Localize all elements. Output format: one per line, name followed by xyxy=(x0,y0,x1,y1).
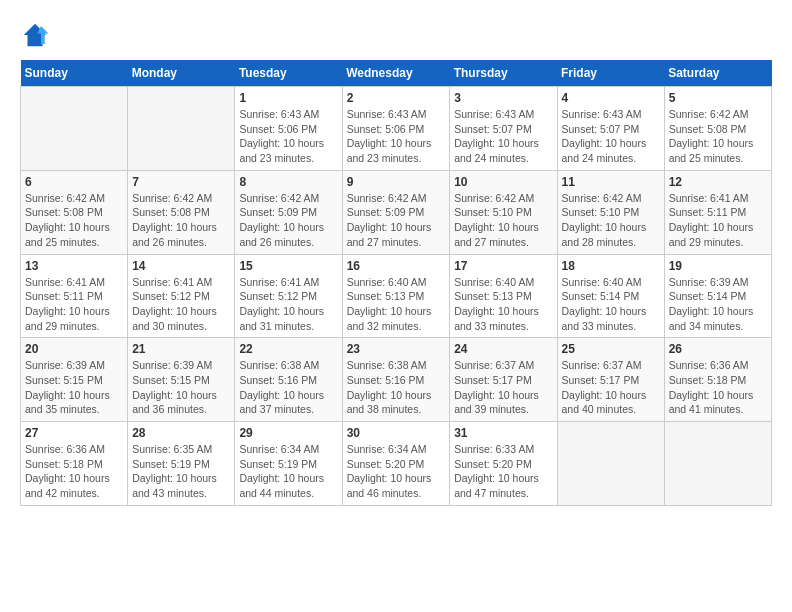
day-number: 8 xyxy=(239,175,337,189)
day-info: Sunrise: 6:38 AM Sunset: 5:16 PM Dayligh… xyxy=(239,358,337,417)
day-number: 25 xyxy=(562,342,660,356)
day-info: Sunrise: 6:37 AM Sunset: 5:17 PM Dayligh… xyxy=(562,358,660,417)
day-info: Sunrise: 6:36 AM Sunset: 5:18 PM Dayligh… xyxy=(25,442,123,501)
calendar-cell: 23Sunrise: 6:38 AM Sunset: 5:16 PM Dayli… xyxy=(342,338,450,422)
calendar-cell: 20Sunrise: 6:39 AM Sunset: 5:15 PM Dayli… xyxy=(21,338,128,422)
day-number: 2 xyxy=(347,91,446,105)
day-number: 4 xyxy=(562,91,660,105)
calendar-week-row: 6Sunrise: 6:42 AM Sunset: 5:08 PM Daylig… xyxy=(21,170,772,254)
day-info: Sunrise: 6:38 AM Sunset: 5:16 PM Dayligh… xyxy=(347,358,446,417)
day-number: 17 xyxy=(454,259,552,273)
day-number: 27 xyxy=(25,426,123,440)
calendar-cell: 16Sunrise: 6:40 AM Sunset: 5:13 PM Dayli… xyxy=(342,254,450,338)
day-number: 28 xyxy=(132,426,230,440)
page-header xyxy=(20,20,772,50)
day-number: 15 xyxy=(239,259,337,273)
day-info: Sunrise: 6:43 AM Sunset: 5:07 PM Dayligh… xyxy=(454,107,552,166)
day-info: Sunrise: 6:43 AM Sunset: 5:06 PM Dayligh… xyxy=(239,107,337,166)
day-number: 23 xyxy=(347,342,446,356)
calendar-cell: 11Sunrise: 6:42 AM Sunset: 5:10 PM Dayli… xyxy=(557,170,664,254)
day-info: Sunrise: 6:42 AM Sunset: 5:09 PM Dayligh… xyxy=(347,191,446,250)
day-info: Sunrise: 6:42 AM Sunset: 5:08 PM Dayligh… xyxy=(669,107,767,166)
calendar-week-row: 27Sunrise: 6:36 AM Sunset: 5:18 PM Dayli… xyxy=(21,422,772,506)
logo xyxy=(20,20,54,50)
day-info: Sunrise: 6:41 AM Sunset: 5:12 PM Dayligh… xyxy=(239,275,337,334)
calendar-cell: 25Sunrise: 6:37 AM Sunset: 5:17 PM Dayli… xyxy=(557,338,664,422)
calendar-week-row: 1Sunrise: 6:43 AM Sunset: 5:06 PM Daylig… xyxy=(21,87,772,171)
day-number: 24 xyxy=(454,342,552,356)
calendar-header-tuesday: Tuesday xyxy=(235,60,342,87)
calendar-cell: 9Sunrise: 6:42 AM Sunset: 5:09 PM Daylig… xyxy=(342,170,450,254)
day-info: Sunrise: 6:41 AM Sunset: 5:11 PM Dayligh… xyxy=(25,275,123,334)
calendar-table: SundayMondayTuesdayWednesdayThursdayFrid… xyxy=(20,60,772,506)
calendar-cell: 21Sunrise: 6:39 AM Sunset: 5:15 PM Dayli… xyxy=(128,338,235,422)
calendar-header-thursday: Thursday xyxy=(450,60,557,87)
calendar-cell: 31Sunrise: 6:33 AM Sunset: 5:20 PM Dayli… xyxy=(450,422,557,506)
calendar-cell: 26Sunrise: 6:36 AM Sunset: 5:18 PM Dayli… xyxy=(664,338,771,422)
day-number: 11 xyxy=(562,175,660,189)
day-info: Sunrise: 6:42 AM Sunset: 5:09 PM Dayligh… xyxy=(239,191,337,250)
calendar-cell xyxy=(128,87,235,171)
calendar-cell: 14Sunrise: 6:41 AM Sunset: 5:12 PM Dayli… xyxy=(128,254,235,338)
day-number: 31 xyxy=(454,426,552,440)
day-info: Sunrise: 6:34 AM Sunset: 5:19 PM Dayligh… xyxy=(239,442,337,501)
day-info: Sunrise: 6:43 AM Sunset: 5:07 PM Dayligh… xyxy=(562,107,660,166)
calendar-cell: 29Sunrise: 6:34 AM Sunset: 5:19 PM Dayli… xyxy=(235,422,342,506)
day-number: 20 xyxy=(25,342,123,356)
day-number: 5 xyxy=(669,91,767,105)
day-info: Sunrise: 6:42 AM Sunset: 5:08 PM Dayligh… xyxy=(25,191,123,250)
day-info: Sunrise: 6:35 AM Sunset: 5:19 PM Dayligh… xyxy=(132,442,230,501)
day-info: Sunrise: 6:41 AM Sunset: 5:11 PM Dayligh… xyxy=(669,191,767,250)
day-number: 14 xyxy=(132,259,230,273)
calendar-header-row: SundayMondayTuesdayWednesdayThursdayFrid… xyxy=(21,60,772,87)
calendar-cell: 13Sunrise: 6:41 AM Sunset: 5:11 PM Dayli… xyxy=(21,254,128,338)
calendar-cell: 28Sunrise: 6:35 AM Sunset: 5:19 PM Dayli… xyxy=(128,422,235,506)
calendar-cell: 4Sunrise: 6:43 AM Sunset: 5:07 PM Daylig… xyxy=(557,87,664,171)
day-number: 13 xyxy=(25,259,123,273)
calendar-week-row: 20Sunrise: 6:39 AM Sunset: 5:15 PM Dayli… xyxy=(21,338,772,422)
calendar-cell: 24Sunrise: 6:37 AM Sunset: 5:17 PM Dayli… xyxy=(450,338,557,422)
calendar-cell: 12Sunrise: 6:41 AM Sunset: 5:11 PM Dayli… xyxy=(664,170,771,254)
calendar-cell: 18Sunrise: 6:40 AM Sunset: 5:14 PM Dayli… xyxy=(557,254,664,338)
calendar-cell: 7Sunrise: 6:42 AM Sunset: 5:08 PM Daylig… xyxy=(128,170,235,254)
calendar-cell: 1Sunrise: 6:43 AM Sunset: 5:06 PM Daylig… xyxy=(235,87,342,171)
calendar-cell: 5Sunrise: 6:42 AM Sunset: 5:08 PM Daylig… xyxy=(664,87,771,171)
calendar-header-sunday: Sunday xyxy=(21,60,128,87)
day-number: 22 xyxy=(239,342,337,356)
day-info: Sunrise: 6:40 AM Sunset: 5:13 PM Dayligh… xyxy=(347,275,446,334)
day-info: Sunrise: 6:37 AM Sunset: 5:17 PM Dayligh… xyxy=(454,358,552,417)
calendar-cell: 10Sunrise: 6:42 AM Sunset: 5:10 PM Dayli… xyxy=(450,170,557,254)
day-info: Sunrise: 6:39 AM Sunset: 5:15 PM Dayligh… xyxy=(132,358,230,417)
day-number: 7 xyxy=(132,175,230,189)
calendar-cell xyxy=(664,422,771,506)
calendar-cell: 30Sunrise: 6:34 AM Sunset: 5:20 PM Dayli… xyxy=(342,422,450,506)
day-number: 29 xyxy=(239,426,337,440)
calendar-cell: 17Sunrise: 6:40 AM Sunset: 5:13 PM Dayli… xyxy=(450,254,557,338)
day-info: Sunrise: 6:42 AM Sunset: 5:08 PM Dayligh… xyxy=(132,191,230,250)
calendar-cell: 8Sunrise: 6:42 AM Sunset: 5:09 PM Daylig… xyxy=(235,170,342,254)
day-number: 16 xyxy=(347,259,446,273)
day-info: Sunrise: 6:33 AM Sunset: 5:20 PM Dayligh… xyxy=(454,442,552,501)
day-info: Sunrise: 6:34 AM Sunset: 5:20 PM Dayligh… xyxy=(347,442,446,501)
day-number: 1 xyxy=(239,91,337,105)
calendar-cell: 2Sunrise: 6:43 AM Sunset: 5:06 PM Daylig… xyxy=(342,87,450,171)
calendar-cell: 19Sunrise: 6:39 AM Sunset: 5:14 PM Dayli… xyxy=(664,254,771,338)
calendar-header-wednesday: Wednesday xyxy=(342,60,450,87)
logo-icon xyxy=(20,20,50,50)
day-number: 18 xyxy=(562,259,660,273)
day-info: Sunrise: 6:42 AM Sunset: 5:10 PM Dayligh… xyxy=(562,191,660,250)
calendar-cell xyxy=(21,87,128,171)
calendar-cell: 3Sunrise: 6:43 AM Sunset: 5:07 PM Daylig… xyxy=(450,87,557,171)
calendar-cell: 27Sunrise: 6:36 AM Sunset: 5:18 PM Dayli… xyxy=(21,422,128,506)
day-info: Sunrise: 6:39 AM Sunset: 5:14 PM Dayligh… xyxy=(669,275,767,334)
day-info: Sunrise: 6:41 AM Sunset: 5:12 PM Dayligh… xyxy=(132,275,230,334)
calendar-cell xyxy=(557,422,664,506)
day-number: 6 xyxy=(25,175,123,189)
day-number: 10 xyxy=(454,175,552,189)
day-number: 26 xyxy=(669,342,767,356)
day-info: Sunrise: 6:36 AM Sunset: 5:18 PM Dayligh… xyxy=(669,358,767,417)
calendar-week-row: 13Sunrise: 6:41 AM Sunset: 5:11 PM Dayli… xyxy=(21,254,772,338)
day-number: 3 xyxy=(454,91,552,105)
day-info: Sunrise: 6:42 AM Sunset: 5:10 PM Dayligh… xyxy=(454,191,552,250)
day-number: 19 xyxy=(669,259,767,273)
